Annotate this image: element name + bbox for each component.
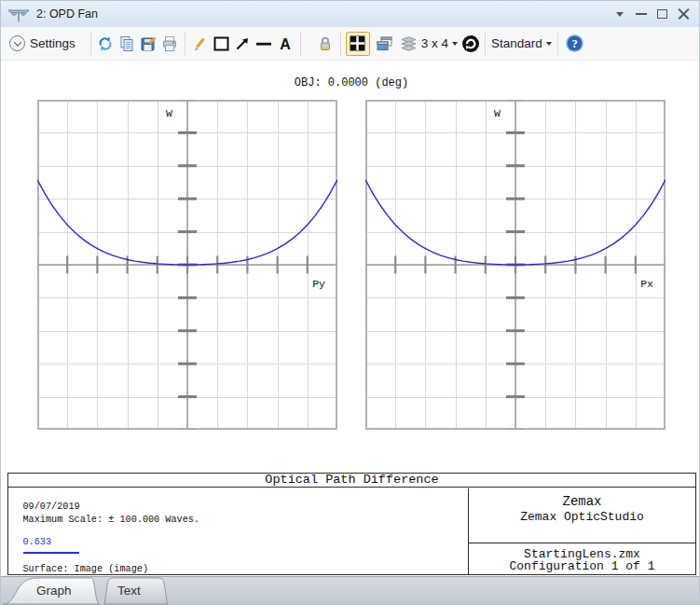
bottom-tabbar: Graph Text: [1, 576, 699, 604]
cascade-windows-button[interactable]: [374, 32, 395, 56]
quad-view-button[interactable]: [346, 32, 370, 56]
layout-dropdown[interactable]: Standard: [489, 36, 554, 50]
layers-button[interactable]: [398, 32, 419, 56]
settings-label: Settings: [30, 36, 75, 50]
surface-line: Surface: Image (image): [23, 564, 149, 574]
x-axis-label: Px: [640, 278, 653, 290]
x-axis-label: Py: [312, 278, 325, 290]
configuration-label: Configuration 1 of 1: [469, 559, 695, 573]
layout-caret-icon: [546, 42, 552, 46]
close-icon: [678, 8, 690, 21]
copy-button[interactable]: [117, 32, 138, 56]
svg-text:A: A: [281, 35, 292, 51]
opd-plot-py: WPy: [37, 100, 337, 430]
annotate-text-button[interactable]: A: [275, 32, 296, 56]
maximum-scale-line: Maximum Scale: ± 100.000 Waves.: [23, 515, 200, 525]
save-button[interactable]: [138, 32, 159, 56]
y-axis-label: W: [166, 107, 172, 119]
toolbar: Settings: [1, 27, 699, 61]
lock-button[interactable]: [315, 32, 336, 56]
layout-label: Standard: [491, 36, 542, 50]
toolbar-separator: [90, 32, 91, 56]
svg-text:?: ?: [571, 37, 577, 50]
brand-cell: Zemax Zemax OpticStudio: [469, 488, 695, 543]
layers-icon: [400, 35, 418, 52]
copy-icon: [118, 35, 135, 52]
annotate-rectangle-button[interactable]: [211, 32, 232, 56]
toolbar-separator: [185, 32, 185, 56]
annotate-pencil-button[interactable]: [189, 32, 211, 56]
info-panel-right-cell: Zemax Zemax OpticStudio StartingLens.zmx…: [468, 488, 695, 574]
grid-size-caret-icon: [452, 42, 458, 46]
toolbar-separator: [557, 32, 558, 56]
wavelength-legend-line: [23, 552, 79, 554]
toolbar-separator: [300, 32, 301, 56]
annotate-arrow-button[interactable]: [232, 32, 254, 56]
text-icon: A: [277, 35, 294, 52]
minimize-icon: [636, 13, 647, 15]
analysis-date: 09/07/2019: [23, 502, 80, 512]
arrow-icon: [234, 35, 251, 52]
tab-text[interactable]: Text: [117, 584, 141, 598]
opd-plot-px: WPx: [365, 100, 666, 430]
wavelength-value: 0.633: [23, 537, 52, 547]
settings-button[interactable]: Settings: [7, 32, 81, 56]
auto-update-icon: [461, 34, 480, 53]
grid-size-label: 3 x 4: [421, 36, 448, 50]
toolbar-separator: [485, 32, 486, 56]
help-button[interactable]: ?: [564, 32, 585, 56]
zemax-app-icon: [7, 4, 30, 24]
minimize-button[interactable]: [630, 1, 652, 27]
brand-name: Zemax: [469, 494, 695, 509]
window-title: 2: OPD Fan: [36, 7, 98, 21]
info-panel-left-cell: 09/07/2019 Maximum Scale: ± 100.000 Wave…: [8, 488, 468, 574]
lock-icon: [317, 35, 334, 52]
tab-graph[interactable]: Graph: [36, 584, 72, 598]
auto-update-button[interactable]: [460, 32, 481, 56]
close-button[interactable]: [673, 1, 694, 27]
print-button[interactable]: [159, 32, 181, 56]
cascade-windows-icon: [376, 35, 393, 52]
titlebar[interactable]: 2: OPD Fan: [1, 1, 699, 27]
settings-chevron-icon: [9, 35, 25, 51]
refresh-button[interactable]: [95, 32, 117, 56]
print-icon: [161, 35, 178, 52]
maximize-icon: [657, 9, 667, 19]
toolbar-separator: [340, 32, 341, 56]
pencil-icon: [191, 35, 208, 52]
window-menu-caret-icon: [616, 12, 624, 17]
brand-product: Zemax OpticStudio: [469, 510, 695, 524]
refresh-icon: [97, 35, 114, 52]
line-icon: [254, 35, 273, 52]
save-icon: [140, 35, 157, 52]
info-panel: Optical Path Difference 09/07/2019 Maxim…: [7, 473, 696, 575]
y-axis-label: W: [494, 107, 501, 119]
maximize-button[interactable]: [652, 1, 673, 27]
rectangle-icon: [213, 35, 230, 52]
opd-fan-window: 2: OPD Fan Settings: [0, 0, 700, 605]
info-panel-title: Optical Path Difference: [8, 474, 695, 488]
quad-view-icon: [350, 35, 365, 51]
plot-field-header: OBJ: 0.0000 (deg): [295, 76, 408, 89]
annotate-line-button[interactable]: [254, 32, 275, 56]
window-menu-button[interactable]: [609, 1, 630, 27]
file-cell: StartingLens.zmx Configuration 1 of 1: [469, 543, 695, 575]
grid-size-dropdown[interactable]: 3 x 4: [419, 36, 460, 50]
help-icon: ?: [565, 34, 584, 53]
